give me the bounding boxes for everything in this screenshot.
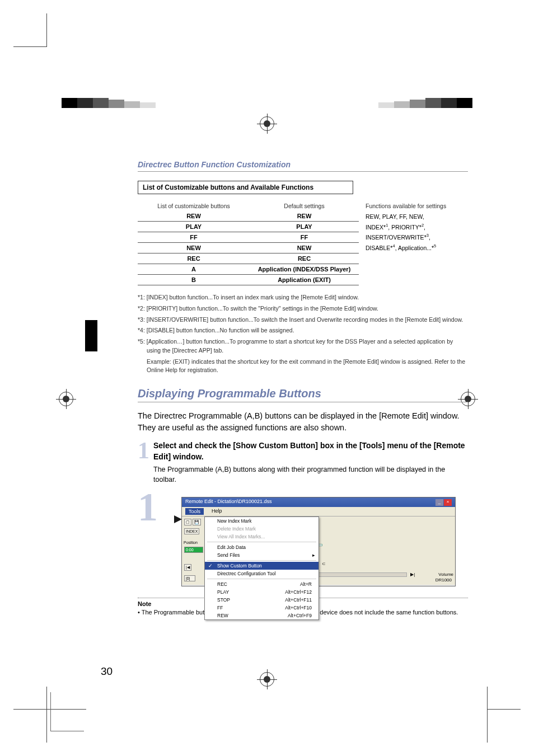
volume-label: Volume <box>438 572 453 577</box>
print-color-bars <box>0 98 534 108</box>
table-header-row: List of customizable buttons Default set… <box>138 201 468 211</box>
menu-tools[interactable]: Tools <box>185 508 204 515</box>
breadcrumb: Directrec Button Function Customization <box>138 160 468 172</box>
window-buttons[interactable]: _× <box>435 499 452 506</box>
index-button[interactable]: INDEX <box>184 528 199 534</box>
save-icon[interactable]: 💾 <box>193 519 201 525</box>
table-header: Default settings <box>250 201 359 211</box>
window-title: Remote Edit - Dictation\DR100021.dss <box>185 499 272 506</box>
menu-item: Delete Index Mark <box>205 525 318 533</box>
crop-mark <box>13 13 47 47</box>
page-number: 30 <box>101 665 113 678</box>
minimize-icon: _ <box>435 499 443 506</box>
table-header: List of customizable buttons <box>138 201 250 211</box>
functions-available: REW, PLAY, FF, NEW, INDEX*1, PRIORITY*2,… <box>359 211 468 285</box>
new-file-icon[interactable]: ▢ <box>184 519 191 525</box>
menu-item[interactable]: Edit Job Data <box>205 543 318 551</box>
arrow-icon <box>174 515 182 523</box>
menubar: Tools Help <box>182 507 455 516</box>
step-description: The Programmable (A,B) buttons along wit… <box>153 464 468 485</box>
menu-item[interactable]: REWAlt+Ctrl+F9 <box>205 612 318 619</box>
crop-mark <box>13 709 47 743</box>
footnotes: *1: [INDEX] button function...To insert … <box>138 293 468 375</box>
slider[interactable]: |0| <box>184 575 195 581</box>
menu-help[interactable]: Help <box>212 508 222 515</box>
crop-mark <box>50 692 84 731</box>
step-number-large: 1 <box>138 489 153 525</box>
close-icon: × <box>444 499 452 506</box>
ffwd-icon[interactable]: ▶| <box>410 572 415 577</box>
registration-mark-icon <box>59 392 73 406</box>
registration-mark-icon <box>260 116 274 131</box>
side-tab <box>85 320 97 351</box>
section-title: Displaying Programmable Buttons <box>138 387 468 402</box>
step-number: 1 <box>138 440 153 485</box>
body-text: The Directrec Programmable (A,B) buttons… <box>138 410 468 434</box>
mic-icon: ⊂ <box>322 561 326 566</box>
menu-item[interactable]: Directrec Configuration Tool <box>205 570 318 577</box>
menu-item[interactable]: New Index Mark <box>205 517 318 525</box>
menu-item[interactable]: PLAYAlt+Ctrl+F12 <box>205 588 318 596</box>
box-title: List of Customizable buttons and Availab… <box>138 181 353 194</box>
menu-item[interactable]: FFAlt+Ctrl+F10 <box>205 604 318 612</box>
window-titlebar: Remote Edit - Dictation\DR100021.dss _× <box>182 497 455 507</box>
rewind-icon[interactable]: |◀ <box>184 564 191 571</box>
menu-item[interactable]: STOPAlt+Ctrl+F11 <box>205 596 318 604</box>
menu-item[interactable]: RECAlt+R <box>205 580 318 588</box>
step-title: Select and check the [Show Custom Button… <box>153 440 468 462</box>
menu-item[interactable]: Send Files <box>205 551 318 559</box>
screenshot-remote-edit: Remote Edit - Dictation\DR100021.dss _× … <box>181 497 456 586</box>
menu-item: View All Index Marks... <box>205 533 318 541</box>
tools-dropdown: New Index Mark Delete Index Mark View Al… <box>204 516 319 620</box>
menu-item-show-custom[interactable]: Show Custom Button <box>205 562 318 570</box>
registration-mark-icon <box>260 672 274 687</box>
device-label: DR1000 <box>435 577 452 583</box>
position-value: 0:00 <box>184 547 203 553</box>
table-header: Functions available for settings <box>359 201 468 211</box>
crop-mark <box>487 709 521 743</box>
